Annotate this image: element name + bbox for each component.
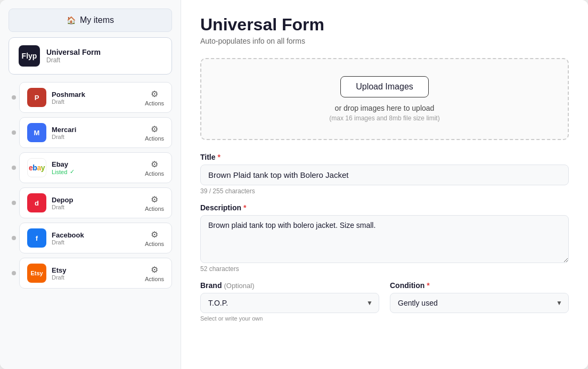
page-title: Universal Form: [200, 15, 569, 35]
universal-form-card[interactable]: Flyp Universal Form Draft: [9, 37, 172, 75]
main-content: Universal Form Auto-populates info on al…: [181, 0, 588, 369]
gear-icon: ⚙: [151, 265, 158, 275]
etsy-name: Etsy: [52, 266, 140, 274]
gear-icon: ⚙: [151, 229, 158, 240]
poshmark-name: Poshmark: [52, 91, 140, 99]
facebook-name: Facebook: [52, 231, 140, 239]
brand-select-wrapper: T.O.P. ▼: [200, 293, 379, 313]
connector-mercari: [9, 130, 19, 135]
poshmark-status: Draft: [52, 99, 140, 105]
universal-form-name: Universal Form: [46, 48, 101, 56]
depop-actions-label: Actions: [145, 206, 164, 212]
platform-row-etsy: Etsy Etsy Draft ⚙ Actions: [9, 258, 172, 289]
depop-info: Depop Draft: [52, 196, 140, 210]
facebook-info: Facebook Draft: [52, 231, 140, 245]
platform-row-mercari: M Mercari Draft ⚙ Actions: [9, 117, 172, 148]
title-label: Title *: [200, 153, 569, 161]
condition-label: Condition *: [390, 281, 569, 290]
depop-actions-button[interactable]: ⚙ Actions: [145, 194, 164, 212]
depop-icon: d: [27, 193, 46, 212]
upload-limit-text: (max 16 images and 8mb file size limit): [218, 114, 551, 122]
platform-card-mercari[interactable]: M Mercari Draft ⚙ Actions: [19, 117, 172, 148]
title-char-count: 39 / 255 characters: [200, 187, 569, 195]
connector-facebook: [9, 236, 19, 240]
condition-field-container: Condition * Gently used New with tags Ne…: [390, 281, 569, 322]
poshmark-icon: P: [27, 88, 46, 107]
connector-depop: [9, 201, 19, 205]
mercari-actions-button[interactable]: ⚙ Actions: [145, 124, 164, 142]
gear-icon: ⚙: [151, 159, 158, 169]
facebook-actions-button[interactable]: ⚙ Actions: [145, 229, 164, 247]
my-items-button[interactable]: 🏠 My items: [9, 9, 172, 32]
platform-row-poshmark: P Poshmark Draft ⚙ Actions: [9, 82, 172, 113]
description-field-container: Description * Brown plaid tank top with …: [200, 203, 569, 273]
flyp-logo: Flyp: [19, 45, 40, 67]
universal-form-info: Universal Form Draft: [46, 48, 101, 64]
ebay-actions-label: Actions: [145, 170, 164, 177]
home-icon: 🏠: [67, 16, 76, 24]
mercari-status: Draft: [52, 134, 140, 140]
gear-icon: ⚙: [151, 194, 158, 204]
brand-helper: Select or write your own: [200, 315, 379, 322]
connector-etsy: [9, 271, 19, 275]
upload-area[interactable]: Upload Images or drop images here to upl…: [200, 58, 569, 140]
app-container: 🏠 My items Flyp Universal Form Draft P P…: [0, 0, 588, 369]
platform-card-etsy[interactable]: Etsy Etsy Draft ⚙ Actions: [19, 258, 172, 289]
brand-label: Brand (Optional): [200, 281, 379, 290]
ebay-icon: ebay: [27, 158, 46, 177]
sidebar: 🏠 My items Flyp Universal Form Draft P P…: [0, 0, 181, 369]
mercari-name: Mercari: [52, 126, 140, 134]
brand-optional: (Optional): [224, 282, 254, 290]
upload-images-button[interactable]: Upload Images: [340, 76, 429, 97]
my-items-label: My items: [80, 15, 114, 25]
poshmark-actions-label: Actions: [145, 100, 164, 106]
brand-condition-row: Brand (Optional) T.O.P. ▼ Select or writ…: [200, 281, 569, 322]
title-required: *: [218, 153, 220, 161]
condition-select-wrapper: Gently used New with tags New without ta…: [390, 293, 569, 313]
poshmark-actions-button[interactable]: ⚙ Actions: [145, 89, 164, 106]
brand-select[interactable]: T.O.P.: [200, 293, 379, 313]
page-subtitle: Auto-populates info on all forms: [200, 37, 569, 45]
etsy-actions-button[interactable]: ⚙ Actions: [145, 265, 164, 282]
platform-row-ebay: ebay Ebay Listed ✓ ⚙ Actions: [9, 152, 172, 183]
condition-required: *: [427, 281, 429, 290]
description-char-count: 52 characters: [200, 265, 569, 273]
platform-card-poshmark[interactable]: P Poshmark Draft ⚙ Actions: [19, 82, 172, 113]
mercari-info: Mercari Draft: [52, 126, 140, 140]
upload-drop-text: or drop images here to upload: [218, 104, 551, 112]
depop-status: Draft: [52, 204, 140, 210]
universal-form-status: Draft: [46, 56, 101, 64]
facebook-actions-label: Actions: [145, 241, 164, 247]
facebook-status: Draft: [52, 239, 140, 245]
etsy-info: Etsy Draft: [52, 266, 140, 281]
platform-row-depop: d Depop Draft ⚙ Actions: [9, 187, 172, 218]
mercari-icon: M: [27, 123, 46, 142]
platform-card-facebook[interactable]: f Facebook Draft ⚙ Actions: [19, 223, 172, 253]
gear-icon: ⚙: [151, 89, 158, 99]
ebay-status: Listed ✓: [52, 168, 140, 175]
platform-list: P Poshmark Draft ⚙ Actions M: [9, 82, 172, 289]
title-input[interactable]: [200, 165, 569, 185]
platform-row-facebook: f Facebook Draft ⚙ Actions: [9, 223, 172, 253]
mercari-actions-label: Actions: [145, 135, 164, 142]
brand-field-container: Brand (Optional) T.O.P. ▼ Select or writ…: [200, 281, 379, 322]
title-field-container: Title * 39 / 255 characters: [200, 153, 569, 195]
description-required: *: [243, 203, 246, 212]
connector-poshmark: [9, 95, 19, 100]
ebay-actions-button[interactable]: ⚙ Actions: [145, 159, 164, 177]
ebay-info: Ebay Listed ✓: [52, 160, 140, 175]
etsy-icon: Etsy: [27, 264, 46, 283]
etsy-status: Draft: [52, 274, 140, 281]
platform-card-depop[interactable]: d Depop Draft ⚙ Actions: [19, 187, 172, 218]
condition-select[interactable]: Gently used New with tags New without ta…: [390, 293, 569, 313]
check-icon: ✓: [70, 168, 75, 175]
poshmark-info: Poshmark Draft: [52, 91, 140, 105]
etsy-actions-label: Actions: [145, 276, 164, 282]
platform-card-ebay[interactable]: ebay Ebay Listed ✓ ⚙ Actions: [19, 152, 172, 183]
description-input[interactable]: Brown plaid tank top with bolero jacket.…: [200, 215, 569, 263]
depop-name: Depop: [52, 196, 140, 204]
description-label: Description *: [200, 203, 569, 212]
facebook-icon: f: [27, 228, 46, 248]
gear-icon: ⚙: [151, 124, 158, 134]
ebay-name: Ebay: [52, 160, 140, 168]
